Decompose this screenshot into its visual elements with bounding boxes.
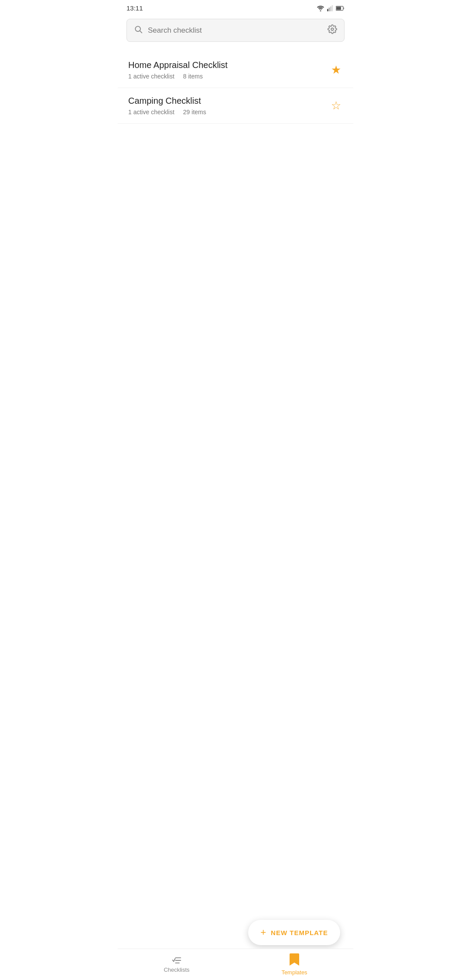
nav-item-templates[interactable]: Templates	[236, 949, 353, 980]
svg-point-0	[320, 10, 321, 11]
status-bar: 13:11	[118, 0, 353, 14]
checklist-item-content: Camping Checklist 1 active checklist 29 …	[128, 96, 324, 116]
svg-rect-4	[332, 5, 333, 11]
item-count: 8 items	[183, 73, 203, 80]
star-button-2[interactable]: ☆	[329, 97, 343, 114]
plus-icon: +	[260, 927, 266, 938]
new-template-label: NEW TEMPLATE	[271, 929, 328, 936]
star-button-1[interactable]: ★	[329, 61, 343, 78]
star-outline-icon: ☆	[331, 99, 341, 112]
search-container	[126, 19, 345, 42]
svg-point-9	[331, 28, 334, 31]
checklist-item[interactable]: Home Appraisal Checklist 1 active checkl…	[118, 52, 353, 88]
checklist-list: Home Appraisal Checklist 1 active checkl…	[118, 49, 353, 127]
checklist-meta: 1 active checklist 8 items	[128, 73, 324, 80]
checklist-title: Home Appraisal Checklist	[128, 60, 324, 70]
checklist-title: Camping Checklist	[128, 96, 324, 106]
checklists-nav-icon	[172, 956, 181, 965]
active-count: 1 active checklist	[128, 109, 174, 116]
active-count: 1 active checklist	[128, 73, 174, 80]
signal-icon	[327, 5, 333, 11]
search-input[interactable]	[148, 26, 322, 35]
svg-rect-6	[336, 7, 341, 10]
fab-area: + NEW TEMPLATE	[122, 920, 349, 945]
nav-item-checklists[interactable]: Checklists	[118, 949, 236, 980]
new-template-button[interactable]: + NEW TEMPLATE	[248, 920, 340, 945]
item-count: 29 items	[183, 109, 206, 116]
checklist-item-content: Home Appraisal Checklist 1 active checkl…	[128, 60, 324, 80]
svg-point-7	[135, 26, 140, 31]
svg-rect-1	[327, 9, 328, 11]
search-icon	[134, 25, 143, 36]
templates-nav-icon	[290, 953, 299, 967]
status-time: 13:11	[126, 4, 143, 12]
bottom-nav: Checklists Templates	[118, 949, 353, 980]
nav-label-templates: Templates	[281, 969, 307, 976]
status-icons	[317, 5, 345, 11]
search-bar[interactable]	[126, 19, 345, 42]
nav-label-checklists: Checklists	[164, 966, 189, 973]
settings-icon[interactable]	[328, 24, 337, 36]
checklist-item[interactable]: Camping Checklist 1 active checklist 29 …	[118, 88, 353, 124]
svg-rect-2	[329, 7, 330, 11]
star-filled-icon: ★	[331, 63, 341, 76]
checklist-meta: 1 active checklist 29 items	[128, 109, 324, 116]
svg-rect-3	[330, 6, 331, 11]
wifi-icon	[317, 5, 324, 11]
battery-icon	[336, 6, 345, 11]
svg-line-8	[140, 31, 142, 33]
